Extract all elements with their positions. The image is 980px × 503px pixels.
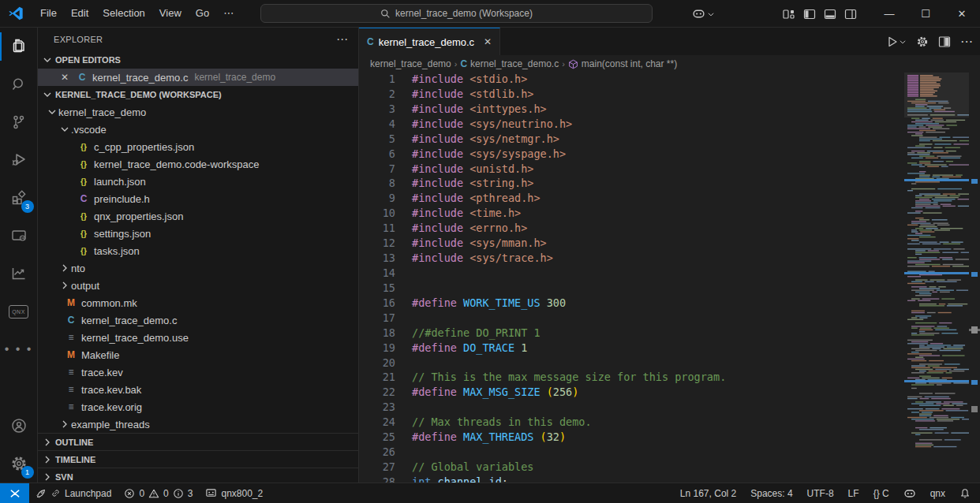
tree-file-preinclude-h[interactable]: Cpreinclude.h — [38, 190, 358, 207]
activitybar-settings[interactable]: 1 — [0, 445, 38, 483]
tree-file-kernel-trace-demo-use[interactable]: ≡kernel_trace_demo.use — [38, 329, 358, 346]
close-editor-icon[interactable]: ✕ — [58, 72, 71, 83]
remote-indicator[interactable] — [0, 483, 29, 503]
breadcrumb-folder[interactable]: kernel_trace_demo — [370, 58, 451, 69]
toggle-secondary-sidebar-icon[interactable] — [844, 8, 857, 20]
breadcrumb-symbol[interactable]: main(const int, char **) — [568, 58, 677, 69]
play-icon — [886, 35, 899, 48]
activitybar-system-graph[interactable] — [0, 255, 38, 292]
activitybar-more-views[interactable]: • • • — [0, 330, 38, 368]
chevron-down-icon — [707, 10, 715, 18]
tree-file-kernel-trace-demo-c[interactable]: Ckernel_trace_demo.c — [38, 311, 358, 329]
eol-selector[interactable]: LF — [841, 488, 866, 499]
tab-close-icon[interactable]: ✕ — [484, 36, 492, 47]
line-number: 5 — [359, 132, 395, 147]
line-number: 6 — [359, 147, 395, 162]
tab-kernel-trace-demo[interactable]: C kernel_trace_demo.c ✕ — [359, 28, 500, 55]
activitybar-explorer[interactable] — [0, 28, 38, 65]
more-icon: • • • — [5, 342, 33, 356]
problems-button[interactable]: 0 0 3 — [118, 483, 199, 503]
toggle-primary-sidebar-icon[interactable] — [803, 8, 816, 20]
activitybar-extensions[interactable]: 3 — [0, 179, 38, 217]
tree-item-label: trace.kev.bak — [81, 384, 141, 396]
tree-file-qnx-properties-json[interactable]: {}qnx_properties.json — [38, 207, 358, 225]
workspace-header[interactable]: KERNEL_TRACE_DEMO (WORKSPACE) — [38, 86, 358, 103]
maximize-button[interactable]: ☐ — [907, 0, 944, 28]
activitybar-qnx[interactable]: QNX — [0, 292, 38, 330]
activitybar-remote-explorer[interactable] — [0, 217, 38, 255]
overview-ruler[interactable] — [969, 73, 980, 483]
section-outline[interactable]: OUTLINE — [38, 433, 358, 450]
ruler-marker — [971, 406, 978, 412]
code-line-13: 13#include <sys/trace.h> — [359, 251, 904, 266]
tree-file-launch-json[interactable]: {}launch.json — [38, 173, 358, 190]
line-number: 13 — [359, 251, 395, 266]
section-timeline[interactable]: TIMELINE — [38, 450, 358, 468]
tree-file-makefile[interactable]: MMakefile — [38, 346, 358, 363]
tree-folder-output[interactable]: output — [38, 277, 358, 294]
minimap[interactable] — [904, 73, 969, 483]
menu-selection[interactable]: Selection — [95, 3, 151, 24]
breadcrumb-file[interactable]: C kernel_trace_demo.c — [460, 58, 559, 69]
close-button[interactable]: ✕ — [944, 0, 980, 28]
line-number: 10 — [359, 207, 395, 222]
language-mode[interactable]: {} C — [866, 488, 896, 499]
menu-[interactable]: ⋯ — [216, 3, 241, 24]
line-number: 25 — [359, 430, 395, 445]
encoding[interactable]: UTF-8 — [800, 488, 841, 499]
remote-icon — [10, 489, 20, 498]
sidebar-more-actions[interactable]: ⋯ — [336, 32, 349, 47]
menu-view[interactable]: View — [152, 3, 189, 24]
menu-file[interactable]: File — [33, 3, 64, 24]
command-center-search[interactable]: kernel_trace_demo (Workspace) — [260, 4, 653, 23]
copilot-menu-button[interactable] — [692, 7, 715, 20]
info-count: 3 — [188, 488, 193, 499]
tree-file-tasks-json[interactable]: {}tasks.json — [38, 242, 358, 259]
customize-layout-icon[interactable] — [783, 8, 795, 20]
code-line-20: 20 — [359, 356, 904, 371]
tree-folder--vscode[interactable]: .vscode — [38, 121, 358, 138]
run-button[interactable] — [886, 35, 907, 48]
doc-file-icon: ≡ — [65, 331, 77, 344]
tree-folder-example-threads[interactable]: example_threads — [38, 415, 358, 433]
tree-file-trace-kev-bak[interactable]: ≡trace.kev.bak — [38, 381, 358, 398]
tree-folder-kernel-trace-demo[interactable]: kernel_trace_demo — [38, 103, 358, 121]
vscode-window: FileEditSelectionViewGo⋯ ← → kernel_trac… — [0, 0, 980, 503]
vm-icon — [205, 487, 217, 499]
cursor-position[interactable]: Ln 167, Col 2 — [673, 488, 743, 499]
tree-file-kernel-trace-demo-code-workspace[interactable]: {}kernel_trace_demo.code-workspace — [38, 155, 358, 173]
tree-file-trace-kev-orig[interactable]: ≡trace.kev.orig — [38, 398, 358, 415]
open-editor-filename: kernel_trace_demo.c — [92, 72, 188, 84]
activitybar-source-control[interactable] — [0, 103, 38, 141]
remote-name[interactable]: qnx — [923, 488, 952, 499]
more-actions-icon[interactable]: ⋯ — [960, 34, 974, 49]
tree-item-label: kernel_trace_demo.code-workspace — [94, 158, 260, 170]
minimize-button[interactable]: — — [871, 0, 907, 28]
open-editor-item[interactable]: ✕ C kernel_trace_demo.c kernel_trace_dem… — [38, 69, 358, 86]
activitybar-accounts[interactable] — [0, 407, 38, 445]
indentation[interactable]: Spaces: 4 — [743, 488, 799, 499]
copilot-status-button[interactable] — [896, 487, 923, 500]
tree-file-settings-json[interactable]: {}settings.json — [38, 225, 358, 242]
qnx-target-button[interactable]: qnx800_2 — [199, 483, 269, 503]
menu-go[interactable]: Go — [189, 3, 216, 24]
section-svn[interactable]: SVN — [38, 468, 358, 483]
tree-item-label: trace.kev.orig — [81, 401, 142, 413]
editor-settings-gear-icon[interactable] — [916, 35, 929, 48]
open-editors-header[interactable]: OPEN EDITORS — [38, 51, 358, 69]
toggle-panel-icon[interactable] — [824, 8, 836, 20]
activitybar-run-debug[interactable] — [0, 141, 38, 179]
tree-file-c-cpp-properties-json[interactable]: {}c_cpp_properties.json — [38, 138, 358, 155]
activitybar-search[interactable] — [0, 65, 38, 103]
breadcrumb: kernel_trace_demo › C kernel_trace_demo.… — [359, 55, 980, 73]
notifications-button[interactable] — [952, 488, 980, 499]
menu-edit[interactable]: Edit — [64, 3, 95, 24]
launchpad-button[interactable]: Launchpad — [29, 483, 118, 503]
code-editor[interactable]: 1#include <stdio.h>2#include <stdlib.h>3… — [359, 73, 904, 483]
tree-folder-nto[interactable]: nto — [38, 259, 358, 277]
split-editor-icon[interactable] — [938, 35, 951, 48]
line-number: 8 — [359, 177, 395, 192]
tree-file-common-mk[interactable]: Mcommon.mk — [38, 294, 358, 311]
line-number: 17 — [359, 311, 395, 326]
tree-file-trace-kev[interactable]: ≡trace.kev — [38, 363, 358, 381]
